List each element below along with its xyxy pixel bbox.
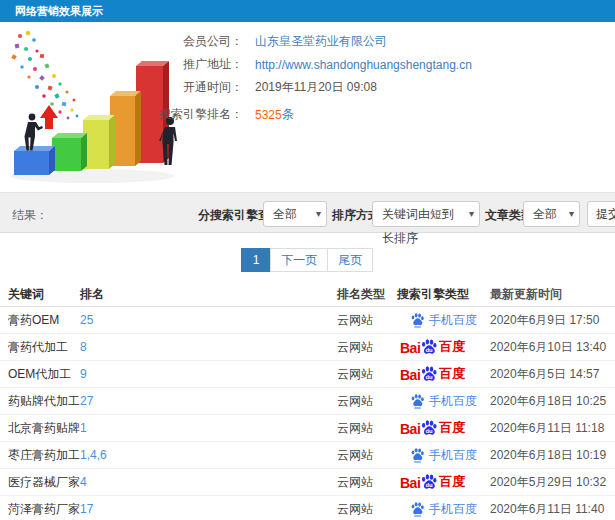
rank-type-cell: 云网站 — [337, 393, 397, 410]
baidu-logo-bai: Bai — [400, 367, 420, 383]
baidu-logo-du: du — [426, 428, 434, 434]
baidu-paw-icon: du — [420, 473, 438, 491]
bar-green — [52, 133, 87, 171]
baidu-logo-du: du — [426, 374, 434, 380]
member-company-label: 会员公司： — [153, 33, 243, 50]
rank-link[interactable]: 25 — [80, 313, 93, 327]
mobile-baidu-logo[interactable]: 手机百度 — [410, 312, 477, 329]
table-row: 膏药OEM 25 云网站 手机百度 2020年6月9日 17:50 — [0, 307, 615, 334]
keyword-cell: 药贴牌代加工 — [0, 393, 80, 410]
article-type-select[interactable]: 全部 — [523, 201, 580, 227]
rank-link[interactable]: 17 — [80, 502, 93, 516]
updated-cell: 2020年6月18日 10:19 — [490, 447, 615, 464]
rank-link[interactable]: 9 — [80, 367, 87, 381]
updated-cell: 2020年6月11日 11:40 — [490, 501, 615, 518]
baidu-paw-icon — [410, 501, 425, 517]
next-page-button[interactable]: 下一页 — [270, 248, 328, 272]
table-row: 枣庄膏药加工 1,4,6 云网站 手机百度 2020年6月18日 10:19 — [0, 442, 615, 469]
company-info-section: 会员公司： 山东皇圣堂药业有限公司 推广地址： http://www.shand… — [0, 22, 615, 192]
baidu-logo-bai: Bai — [400, 475, 420, 491]
baidu-logo[interactable]: Bai du 百度 — [400, 365, 465, 383]
sort-filter-select[interactable]: 关键词由短到长排序 — [372, 201, 480, 227]
rank-type-cell: 云网站 — [337, 447, 397, 464]
info-row-member: 会员公司： 山东皇圣堂药业有限公司 — [153, 35, 472, 48]
pagination: 1 下一页 尾页 — [0, 248, 615, 272]
member-company-link[interactable]: 山东皇圣堂药业有限公司 — [255, 33, 387, 50]
rank-count-unit: 条 — [282, 106, 294, 123]
mobile-baidu-label: 手机百度 — [429, 447, 477, 464]
baidu-logo[interactable]: Bai du 百度 — [400, 419, 465, 437]
rank-count-value: 5325 — [255, 108, 282, 122]
promo-url-link[interactable]: http://www.shandonghuangshengtang.cn — [255, 58, 472, 72]
table-row: 膏药代加工 8 云网站 Bai du 百度 2020年6月10日 13:40 — [0, 334, 615, 361]
baidu-paw-icon: du — [420, 365, 438, 383]
rank-link[interactable]: 4 — [80, 475, 87, 489]
mobile-baidu-label: 手机百度 — [429, 393, 477, 410]
rank-type-cell: 云网站 — [337, 312, 397, 329]
engine-rank-label: 搜索引擎排名： — [153, 106, 243, 123]
baidu-logo-bai: Bai — [400, 340, 420, 356]
submit-button[interactable]: 提交 — [587, 201, 615, 227]
baidu-paw-icon: du — [420, 419, 438, 437]
rank-link[interactable]: 27 — [80, 394, 93, 408]
rank-link[interactable]: 1,4,6 — [80, 448, 107, 462]
page-1-button[interactable]: 1 — [241, 248, 272, 272]
rank-type-cell: 云网站 — [337, 474, 397, 491]
page-title: 网络营销效果展示 — [15, 5, 103, 17]
updated-cell: 2020年6月11日 11:18 — [490, 420, 615, 437]
sort-filter-value: 关键词由短到长排序 — [382, 207, 454, 245]
baidu-logo-du: du — [426, 482, 434, 488]
rank-link[interactable]: 8 — [80, 340, 87, 354]
filter-bar: 结果： 分搜索引擎查看 全部 排序方式 关键词由短到长排序 文章类型 全部 提交 — [0, 192, 615, 233]
engine-filter-value: 全部 — [273, 207, 297, 221]
baidu-paw-icon — [410, 447, 425, 463]
updated-cell: 2020年6月10日 13:40 — [490, 339, 615, 356]
page-title-bar: 网络营销效果展示 — [0, 0, 615, 22]
keyword-cell: 北京膏药贴牌 — [0, 420, 80, 437]
confetti-icon — [11, 30, 78, 119]
baidu-logo[interactable]: Bai du 百度 — [400, 473, 465, 491]
businessman-left-icon — [25, 114, 44, 151]
table-row: 北京膏药贴牌 1 云网站 Bai du 百度 2020年6月11日 11:18 — [0, 415, 615, 442]
engine-filter-select[interactable]: 全部 — [263, 201, 327, 227]
header-rank: 排名 — [80, 286, 337, 303]
baidu-logo-cn: 百度 — [439, 473, 465, 491]
mobile-baidu-logo[interactable]: 手机百度 — [410, 447, 477, 464]
header-keyword: 关键词 — [0, 286, 80, 303]
baidu-paw-icon — [410, 393, 425, 409]
keyword-cell: OEM代加工 — [0, 366, 80, 383]
table-row: 医疗器械厂家 4 云网站 Bai du 百度 2020年5月29日 10:32 — [0, 469, 615, 496]
keyword-cell: 菏泽膏药厂家 — [0, 501, 80, 518]
table-row: OEM代加工 9 云网站 Bai du 百度 2020年6月5日 14:57 — [0, 361, 615, 388]
mobile-baidu-label: 手机百度 — [429, 312, 477, 329]
table-header-row: 关键词 排名 排名类型 搜索引擎类型 最新更新时间 — [0, 283, 615, 307]
mobile-baidu-logo[interactable]: 手机百度 — [410, 393, 477, 410]
bar-blue — [14, 146, 55, 175]
updated-cell: 2020年6月9日 17:50 — [490, 312, 615, 329]
rank-type-cell: 云网站 — [337, 420, 397, 437]
updated-cell: 2020年6月5日 14:57 — [490, 366, 615, 383]
header-updated: 最新更新时间 — [490, 286, 615, 303]
keyword-cell: 膏药代加工 — [0, 339, 80, 356]
baidu-logo-du: du — [426, 347, 434, 353]
last-page-button[interactable]: 尾页 — [327, 248, 373, 272]
open-time-value: 2019年11月20日 09:08 — [255, 79, 377, 96]
baidu-logo-bai: Bai — [400, 421, 420, 437]
promo-url-label: 推广地址： — [153, 56, 243, 73]
keyword-cell: 膏药OEM — [0, 312, 80, 329]
rank-type-cell: 云网站 — [337, 366, 397, 383]
mobile-baidu-label: 手机百度 — [429, 501, 477, 518]
article-type-value: 全部 — [533, 207, 557, 221]
baidu-logo[interactable]: Bai du 百度 — [400, 338, 465, 356]
baidu-logo-cn: 百度 — [439, 365, 465, 383]
mobile-baidu-logo[interactable]: 手机百度 — [410, 501, 477, 518]
rank-type-cell: 云网站 — [337, 501, 397, 518]
info-row-opened: 开通时间： 2019年11月20日 09:08 — [153, 81, 472, 94]
header-engine-type: 搜索引擎类型 — [397, 286, 490, 303]
rank-link[interactable]: 1 — [80, 421, 87, 435]
keyword-cell: 医疗器械厂家 — [0, 474, 80, 491]
baidu-paw-icon: du — [420, 338, 438, 356]
table-row: 药贴牌代加工 27 云网站 手机百度 2020年6月18日 10:25 — [0, 388, 615, 415]
company-info-list: 会员公司： 山东皇圣堂药业有限公司 推广地址： http://www.shand… — [153, 35, 472, 121]
result-label: 结果： — [12, 207, 48, 224]
